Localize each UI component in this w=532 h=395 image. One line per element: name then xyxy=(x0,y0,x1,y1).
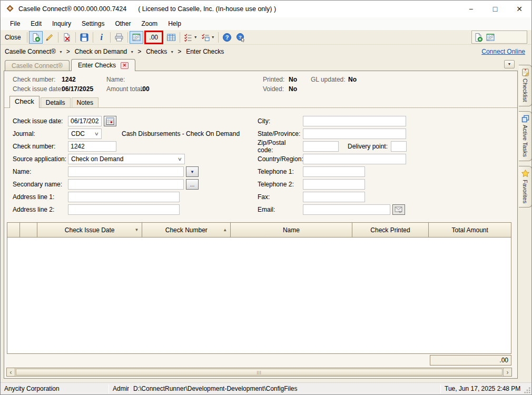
state-province-input[interactable] xyxy=(303,129,406,139)
document-tab-bar: Caselle Connect® Enter Checks ✕ xyxy=(5,58,137,71)
grid-col-name[interactable]: Name xyxy=(231,223,352,237)
address-line-2-input[interactable] xyxy=(68,204,180,215)
tab-close-button[interactable]: ✕ xyxy=(121,62,129,69)
secondary-name-browse-button[interactable]: ... xyxy=(186,179,199,190)
register-icon[interactable] xyxy=(486,33,495,42)
column-label: Total Amount xyxy=(451,226,488,234)
check-issue-date-label: Check issue date: xyxy=(13,117,68,125)
resize-grip[interactable] xyxy=(524,383,531,394)
name-lookup-button[interactable]: ▼ xyxy=(186,166,199,177)
check-number-input[interactable] xyxy=(68,141,116,152)
journal-select[interactable]: CDC ∨ xyxy=(68,129,102,139)
help-button[interactable]: ? xyxy=(220,31,234,44)
toolbar-close-button[interactable]: Close xyxy=(3,33,25,42)
scroll-left-button[interactable]: ‹ xyxy=(7,368,15,376)
telephone-2-label: Telephone 2: xyxy=(258,181,303,188)
grid-col-total-amount[interactable]: Total Amount xyxy=(429,223,511,237)
checklist-icon xyxy=(183,33,193,42)
info-button[interactable]: i xyxy=(95,31,109,44)
check-issue-date-input[interactable] xyxy=(68,116,102,126)
breadcrumb-dropdown-icon[interactable]: ▼ xyxy=(59,50,63,54)
print-button[interactable] xyxy=(112,31,126,44)
menu-item-settings[interactable]: Settings xyxy=(76,18,110,29)
window-controls: − □ ✕ xyxy=(459,1,531,17)
toolbar-separator xyxy=(127,32,128,43)
new-document-icon[interactable] xyxy=(474,33,483,42)
side-tab-checklist[interactable]: Checklist xyxy=(519,65,532,106)
menu-item-help[interactable]: Help xyxy=(163,18,186,29)
tab-enter-checks[interactable]: Enter Checks ✕ xyxy=(71,59,135,71)
edit-record-button[interactable] xyxy=(43,31,56,44)
journal-value: CDC xyxy=(71,130,85,137)
amount-00-button[interactable]: .00 xyxy=(147,34,160,41)
menu-bar: File Edit Inquiry Settings Other Zoom He… xyxy=(1,17,531,30)
menu-item-file[interactable]: File xyxy=(5,18,25,29)
grid-col-check-issue-date[interactable]: Check Issue Date ▼ xyxy=(37,223,143,237)
menu-item-other[interactable]: Other xyxy=(110,18,136,29)
city-input[interactable] xyxy=(303,116,406,126)
breadcrumb-dropdown-icon[interactable]: ▼ xyxy=(170,50,174,54)
save-button[interactable] xyxy=(77,31,91,44)
subtab-check[interactable]: Check xyxy=(9,96,40,108)
column-label: Check Printed xyxy=(370,226,410,234)
address-line-1-input[interactable] xyxy=(68,192,180,202)
country-region-input[interactable] xyxy=(303,154,406,164)
edit-grid-button[interactable] xyxy=(130,31,143,44)
secondary-name-input[interactable] xyxy=(68,179,184,190)
ellipsis-icon: ... xyxy=(190,182,194,187)
subtab-details[interactable]: Details xyxy=(41,97,71,107)
grid-col-check-number[interactable]: Check Number ▲ xyxy=(142,223,231,237)
check-number-label: Check number: xyxy=(13,143,68,150)
side-tab-active-tasks[interactable]: Active Tasks xyxy=(519,111,532,161)
checklist-menu-button[interactable]: ▼ xyxy=(182,31,199,44)
telephone-1-input[interactable] xyxy=(303,166,365,177)
name-input[interactable] xyxy=(68,166,184,177)
grid-col-check-printed[interactable]: Check Printed xyxy=(352,223,429,237)
enter-checks-page: Check number: 1242 Check issue date: 06/… xyxy=(4,71,518,379)
email-input[interactable] xyxy=(303,204,390,215)
minimize-button[interactable]: − xyxy=(459,1,483,17)
tab-caselle-connect[interactable]: Caselle Connect® xyxy=(5,60,70,71)
send-email-button[interactable] xyxy=(392,204,405,215)
maximize-button[interactable]: □ xyxy=(483,1,507,17)
zip-postal-code-input[interactable] xyxy=(303,141,339,152)
breadcrumb-item-check-on-demand[interactable]: Check on Demand xyxy=(75,48,127,55)
register-icon xyxy=(132,33,141,42)
context-help-button[interactable]: ? xyxy=(234,31,248,44)
breadcrumb-item-checks[interactable]: Checks xyxy=(146,48,167,55)
scroll-right-icon: › xyxy=(507,369,509,376)
status-company: Anycity Corporation xyxy=(1,385,109,392)
toolbar-separator xyxy=(58,32,58,43)
toolbar-separator xyxy=(27,32,27,43)
side-tab-favorites[interactable]: Favorites xyxy=(519,166,532,208)
delete-record-button[interactable] xyxy=(60,31,74,44)
telephone-2-input[interactable] xyxy=(303,179,365,190)
fax-input[interactable] xyxy=(303,192,365,202)
delivery-point-input[interactable] xyxy=(391,141,407,152)
menu-item-edit[interactable]: Edit xyxy=(25,18,47,29)
breadcrumb-dropdown-icon[interactable]: ▼ xyxy=(130,50,134,54)
tab-label: Caselle Connect® xyxy=(12,62,63,70)
source-application-select[interactable]: Check on Demand ∨ xyxy=(68,154,185,164)
app-icon xyxy=(6,4,14,14)
calendar-button[interactable] xyxy=(104,116,116,126)
scrollbar-thumb[interactable]: ||| xyxy=(16,369,503,376)
close-button[interactable]: ✕ xyxy=(507,1,531,17)
thumb-grip-icon: ||| xyxy=(257,370,261,374)
maximize-icon: □ xyxy=(493,5,497,13)
scroll-right-button[interactable]: › xyxy=(503,368,511,376)
grid-view-button[interactable] xyxy=(164,31,178,44)
chevron-down-icon: ∨ xyxy=(94,131,99,136)
menu-item-zoom[interactable]: Zoom xyxy=(136,18,163,29)
quick-access-panel xyxy=(471,31,527,44)
task-options-menu-button[interactable]: ▼ xyxy=(199,31,216,44)
breadcrumb-item-home[interactable]: Caselle Connect® xyxy=(5,48,56,55)
tab-list-dropdown-button[interactable]: ▼ xyxy=(504,60,515,68)
save-icon xyxy=(80,33,89,42)
new-record-button[interactable] xyxy=(29,31,43,44)
grid-body-empty[interactable] xyxy=(7,237,511,353)
subtab-notes[interactable]: Notes xyxy=(72,97,98,107)
menu-item-inquiry[interactable]: Inquiry xyxy=(47,18,76,29)
connect-online-link[interactable]: Connect Online xyxy=(481,48,525,55)
annotation-highlight: .00 xyxy=(144,31,163,44)
